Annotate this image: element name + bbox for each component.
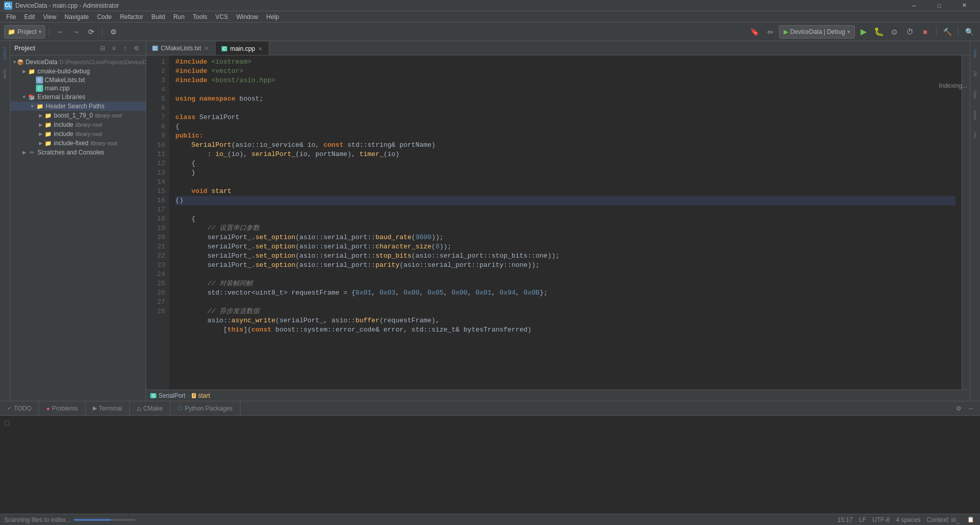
- project-icon: 📦: [17, 58, 24, 66]
- menu-build[interactable]: Build: [147, 12, 169, 22]
- settings-panel-button[interactable]: ⚙: [131, 43, 142, 53]
- scratch-icon: ✏: [28, 148, 36, 157]
- menu-edit[interactable]: Edit: [20, 12, 39, 22]
- run-button[interactable]: ▶: [857, 25, 870, 38]
- line-ending-indicator[interactable]: LF: [859, 516, 866, 523]
- maximize-button[interactable]: □: [928, 0, 951, 11]
- python-icon: ⬡: [177, 405, 183, 412]
- tree-label-scratches: Scratches and Consoles: [37, 149, 104, 156]
- log-checkbox-1[interactable]: ☐: [4, 420, 10, 427]
- tab-cmakelists[interactable]: C CMakeLists.txt ✕: [146, 42, 215, 55]
- sidebar-structure-icon[interactable]: Struct: [971, 105, 980, 125]
- app-icon: CL: [4, 2, 12, 10]
- tree-label-cmakelists: CMakeLists.txt: [45, 76, 85, 84]
- sidebar-notifications-icon[interactable]: Notifi: [971, 43, 980, 64]
- stop-button[interactable]: ■: [918, 25, 932, 38]
- cmake-bottom-icon: △: [137, 405, 141, 412]
- menu-navigate[interactable]: Navigate: [61, 12, 93, 22]
- close-button[interactable]: ✕: [953, 0, 976, 11]
- debug-button[interactable]: 🐛: [872, 25, 886, 38]
- bottom-content: ☐: [0, 416, 980, 514]
- folder-icon-include-2: 📁: [44, 130, 52, 138]
- folder-icon-header: 📁: [36, 102, 44, 110]
- tab-todo[interactable]: ✓ TODO: [0, 401, 39, 416]
- encoding-indicator[interactable]: UTF-8: [872, 516, 890, 523]
- tab-terminal[interactable]: ▶ Terminal: [86, 401, 130, 416]
- right-sidebar: Notifi DB Grad Struct Fav: [970, 41, 980, 401]
- tree-tag-include-fixed: library root: [90, 140, 117, 146]
- collapse-all-button[interactable]: ⊟: [97, 43, 108, 53]
- sidebar-database-icon[interactable]: DB: [971, 64, 980, 84]
- titlebar-controls: ─ □ ✕: [903, 0, 976, 11]
- navigate-button[interactable]: ⇦: [764, 25, 777, 38]
- tab-cmake[interactable]: △ CMake: [130, 401, 170, 416]
- tab-label-maincpp: main.cpp: [230, 45, 255, 52]
- tab-problems[interactable]: ● Problems: [39, 401, 85, 416]
- profile-button[interactable]: ⏱: [903, 25, 916, 38]
- sidebar-favorites-icon[interactable]: Fav: [971, 125, 980, 146]
- titlebar: CL DeviceData - main.cpp - Administrator…: [0, 0, 980, 11]
- tree-item-devicedata[interactable]: ▼ 📦 DeviceData D:\Projects\CLionProjects…: [10, 57, 146, 67]
- sidebar-icon-project[interactable]: Project: [1, 43, 10, 64]
- menu-file[interactable]: File: [2, 12, 20, 22]
- tree-item-header-search-paths[interactable]: ▼ 📁 Header Search Paths: [10, 102, 146, 111]
- menu-tools[interactable]: Tools: [189, 12, 211, 22]
- code-editor[interactable]: 12345 678910 1112131415 1617181920 21222…: [146, 55, 970, 390]
- recently-edited-button[interactable]: ⟳: [85, 25, 98, 38]
- tree-item-cmakelists[interactable]: ▶ C CMakeLists.txt: [10, 76, 146, 84]
- minimize-button[interactable]: ─: [903, 0, 926, 11]
- code-content[interactable]: #include <iostream> #include <vector> #i…: [169, 55, 962, 390]
- bookmark-button[interactable]: 🔖: [748, 25, 762, 38]
- statusbar-right: 15:17 LF UTF-8 4 spaces Context: io_ 📋: [837, 515, 976, 525]
- breadcrumb-class-icon: S: [150, 393, 156, 398]
- tree-item-maincpp[interactable]: ▶ C main.cpp: [10, 84, 146, 92]
- event-log-button[interactable]: 📋: [966, 515, 976, 525]
- menu-window[interactable]: Window: [232, 12, 263, 22]
- menubar: File Edit View Navigate Code Refactor Bu…: [0, 11, 980, 23]
- tree-item-external-libraries[interactable]: ▼ 📚 External Libraries: [10, 92, 146, 102]
- sidebar-icon-notifications[interactable]: Notifi: [1, 64, 10, 84]
- tab-python-packages[interactable]: ⬡ Python Packages: [170, 401, 240, 416]
- menu-view[interactable]: View: [39, 12, 61, 22]
- tree-item-include-fixed[interactable]: ▶ 📁 include-fixed library root: [10, 139, 146, 148]
- tab-maincpp[interactable]: C main.cpp ✕: [215, 42, 269, 55]
- menu-vcs[interactable]: VCS: [211, 12, 232, 22]
- expand-arrow-include-1: ▶: [37, 121, 44, 128]
- expand-arrow-devicedata: ▼: [12, 59, 17, 66]
- bottom-tools: ⚙ ─: [953, 403, 980, 414]
- tab-label-todo: TODO: [14, 405, 31, 412]
- menu-code[interactable]: Code: [93, 12, 116, 22]
- line-column-indicator[interactable]: 15:17: [837, 516, 853, 523]
- run-config-selector[interactable]: ▶ DeviceData | Debug ▾: [779, 25, 855, 38]
- tree-item-boost[interactable]: ▶ 📁 boost_1_79_0 library root: [10, 111, 146, 120]
- tab-close-maincpp[interactable]: ✕: [258, 46, 263, 52]
- search-everywhere-button[interactable]: 🔍: [963, 25, 976, 38]
- sort-button[interactable]: ↕: [120, 43, 130, 53]
- panel-tools: ⊟ ≡ ↕ ⚙: [97, 43, 142, 53]
- project-icon: 📁: [8, 28, 15, 35]
- run-with-coverage-button[interactable]: ⊙: [888, 25, 901, 38]
- forward-button[interactable]: →: [69, 25, 83, 38]
- event-log-settings-button[interactable]: ⚙: [953, 403, 964, 414]
- project-selector[interactable]: 📁 Project ▾: [4, 25, 45, 38]
- menu-run[interactable]: Run: [169, 12, 189, 22]
- tree-item-include-1[interactable]: ▶ 📁 include library root: [10, 120, 146, 129]
- sidebar-gradle-icon[interactable]: Grad: [971, 84, 980, 105]
- back-button[interactable]: ←: [54, 25, 67, 38]
- chevron-down-icon: ▾: [38, 28, 42, 35]
- tree-item-cmake-build-debug[interactable]: ▶ 📁 cmake-build-debug: [10, 67, 146, 76]
- menu-help[interactable]: Help: [262, 12, 283, 22]
- titlebar-title: DeviceData - main.cpp - Administrator: [15, 2, 119, 9]
- group-button[interactable]: ≡: [109, 43, 119, 53]
- build-button[interactable]: 🔨: [941, 25, 954, 38]
- run-config-icon: ▶: [784, 28, 788, 35]
- breadcrumb-method-icon: f: [192, 393, 196, 398]
- settings-button[interactable]: ⚙: [107, 25, 120, 38]
- tree-item-include-2[interactable]: ▶ 📁 include library root: [10, 129, 146, 139]
- tree-item-scratches[interactable]: ▶ ✏ Scratches and Consoles: [10, 148, 146, 157]
- event-log-close-button[interactable]: ─: [966, 403, 976, 414]
- menu-refactor[interactable]: Refactor: [116, 12, 147, 22]
- tab-label-problems: Problems: [52, 405, 78, 412]
- tab-close-cmakelists[interactable]: ✕: [204, 45, 209, 52]
- indent-indicator[interactable]: 4 spaces: [896, 516, 921, 523]
